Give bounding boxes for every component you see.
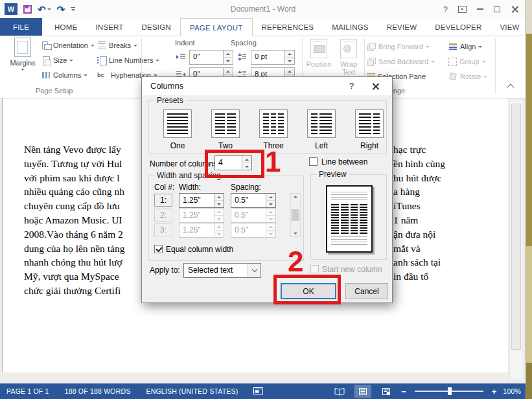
page-setup-group-label: Page Setup — [36, 87, 73, 95]
preview-text-bottom — [331, 236, 367, 246]
help-button[interactable]: ? — [443, 5, 448, 14]
zoom-slider[interactable] — [415, 391, 483, 392]
cancel-button[interactable]: Cancel — [345, 283, 388, 299]
language-indicator[interactable]: ENGLISH (UNITED STATES) — [146, 387, 238, 395]
highlight-box-ok-button — [273, 275, 341, 304]
preset-three-button[interactable] — [259, 109, 288, 138]
doc-line: hoặc Amazon Music. UI — [24, 214, 142, 226]
columns-button[interactable]: Columns — [41, 69, 87, 82]
doc-line: 1 năm — [393, 214, 418, 226]
position-button: Position — [305, 39, 333, 68]
read-mode-button[interactable] — [331, 385, 348, 398]
preset-left-label: Left — [302, 141, 341, 150]
start-new-column-checkbox — [310, 265, 319, 273]
minimize-button[interactable] — [477, 8, 483, 10]
breaks-button[interactable]: Breaks — [97, 39, 137, 52]
position-icon — [310, 39, 327, 58]
send-backward-button: Send Backward — [367, 55, 435, 68]
word-count[interactable]: 188 OF 188 WORDS — [65, 387, 131, 395]
zoom-out-button[interactable]: − — [401, 387, 406, 396]
preset-left-button[interactable] — [307, 109, 336, 138]
scrollbar-thumb[interactable] — [511, 104, 521, 350]
tab-file[interactable]: FILE — [0, 18, 42, 36]
margins-button[interactable]: Margins — [5, 38, 40, 71]
doc-line: mắt và — [393, 243, 421, 255]
dialog-help-button[interactable]: ? — [349, 81, 354, 91]
zoom-level[interactable]: 100% — [503, 387, 521, 395]
redo-button[interactable]: ↷ — [57, 5, 65, 14]
web-layout-icon — [382, 387, 391, 396]
columns-dialog: Columns ? Presets One Two Three Left — [141, 76, 393, 303]
tab-page-layout[interactable]: PAGE LAYOUT — [180, 18, 253, 36]
maximize-button[interactable] — [494, 6, 500, 12]
quick-access-toolbar: W ↶ ↷ — [0, 3, 75, 15]
close-button[interactable] — [511, 5, 518, 13]
tab-references[interactable]: REFERENCES — [253, 18, 323, 36]
collapse-ribbon-icon[interactable] — [508, 83, 514, 89]
customize-qat-button[interactable] — [71, 7, 75, 12]
preset-three: Three — [254, 109, 293, 150]
macro-record-icon[interactable] — [253, 387, 263, 396]
columns-list-scrollbar[interactable] — [290, 193, 301, 237]
tab-design[interactable]: DESIGN — [133, 18, 180, 36]
doc-line: 2008.Vào tháng 6 năm 2 — [24, 229, 142, 240]
scroll-down-icon[interactable] — [294, 233, 297, 234]
undo-dropdown-icon[interactable] — [47, 8, 51, 10]
tab-mailings[interactable]: MAILINGS — [323, 18, 378, 36]
spacing-before-icon — [237, 52, 246, 62]
indent-left-icon — [176, 52, 185, 62]
preset-one-label: One — [158, 141, 197, 150]
doc-line: Mỹ, vượt qua MySpace — [24, 271, 142, 282]
undo-button[interactable]: ↶ — [38, 5, 51, 14]
ribbon-tab-row: FILE HOME INSERT DESIGN PAGE LAYOUT REFE… — [0, 18, 526, 36]
print-layout-button[interactable] — [354, 385, 371, 398]
line-numbers-button[interactable]: Line Numbers — [97, 54, 159, 67]
align-button[interactable]: Align — [448, 40, 482, 53]
send-backward-icon — [367, 57, 376, 66]
preset-two-button[interactable] — [211, 109, 240, 138]
col-number-header: Col #: — [154, 183, 174, 192]
indent-left-spinner[interactable]: 0" — [189, 50, 233, 65]
preset-right: Right — [350, 109, 389, 150]
preset-one-button[interactable] — [163, 109, 192, 138]
orientation-button[interactable]: Orientation — [41, 39, 95, 52]
doc-line: ền hình cùng — [393, 158, 445, 170]
tab-review[interactable]: REVIEW — [378, 18, 426, 36]
page-indicator[interactable]: PAGE 1 OF 1 — [6, 387, 49, 395]
save-button[interactable] — [23, 5, 32, 14]
col-1-width-spinner[interactable]: 1.25" — [179, 193, 224, 208]
col-1-spacing-spinner[interactable]: 0.5" — [231, 193, 276, 208]
tab-developer[interactable]: DEVELOPER — [426, 18, 491, 36]
wrap-text-button: Wrap Text — [334, 39, 363, 76]
web-layout-button[interactable] — [378, 385, 395, 398]
tab-insert[interactable]: INSERT — [86, 18, 132, 36]
group-button: Group — [448, 55, 486, 68]
ribbon-display-options-button[interactable] — [458, 6, 467, 13]
preset-right-button[interactable] — [355, 109, 384, 138]
dialog-title-bar[interactable]: Columns ? — [142, 77, 392, 95]
tab-home[interactable]: HOME — [45, 18, 86, 36]
indent-label: Indent — [175, 39, 195, 47]
apply-to-dropdown[interactable]: Selected text — [183, 263, 261, 278]
dropdown-button[interactable] — [248, 264, 260, 277]
zoom-slider-thumb[interactable] — [448, 387, 452, 395]
spacing-before-spinner[interactable]: 0 pt — [251, 50, 295, 65]
scroll-up-icon[interactable] — [294, 196, 297, 198]
rotate-button: Rotate — [448, 70, 487, 83]
preset-one: One — [158, 109, 197, 150]
vertical-scrollbar[interactable] — [509, 100, 522, 379]
line-between-checkbox[interactable] — [309, 157, 318, 166]
preset-two: Two — [206, 109, 245, 150]
width-header: Width: — [179, 183, 201, 192]
size-button[interactable]: Size — [41, 54, 73, 67]
col-2-spacing-spinner: 0.5" — [231, 208, 276, 223]
zoom-in-button[interactable]: + — [492, 387, 497, 396]
col-2-width-spinner: 1.25" — [179, 208, 224, 223]
scroll-thumb[interactable] — [292, 209, 299, 221]
col-2-number: 2: — [154, 209, 172, 222]
wrap-text-icon — [340, 39, 357, 58]
equal-column-width-checkbox[interactable] — [154, 245, 163, 253]
word-logo-icon: W — [5, 3, 17, 15]
tab-view[interactable]: VIEW — [491, 18, 528, 36]
margins-icon — [14, 38, 31, 57]
